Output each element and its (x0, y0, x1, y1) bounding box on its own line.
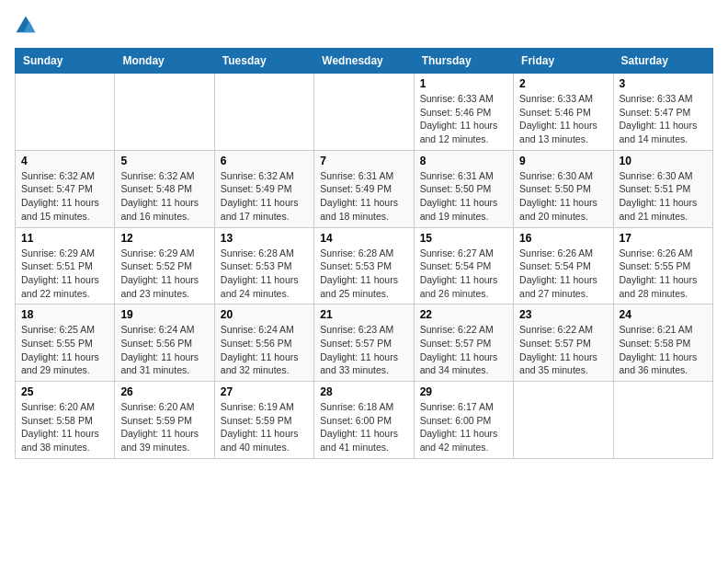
day-info: Sunrise: 6:24 AMSunset: 5:56 PMDaylight:… (120, 323, 208, 377)
calendar-cell: 18Sunrise: 6:25 AMSunset: 5:55 PMDayligh… (16, 304, 115, 382)
calendar-cell: 28Sunrise: 6:18 AMSunset: 6:00 PMDayligh… (314, 382, 414, 459)
calendar-cell: 27Sunrise: 6:19 AMSunset: 5:59 PMDayligh… (214, 382, 313, 459)
calendar-week-1: 1Sunrise: 6:33 AMSunset: 5:46 PMDaylight… (16, 74, 713, 151)
calendar-cell: 15Sunrise: 6:27 AMSunset: 5:54 PMDayligh… (414, 227, 513, 304)
day-number: 25 (21, 385, 108, 398)
logo (15, 15, 40, 37)
calendar-cell: 9Sunrise: 6:30 AMSunset: 5:50 PMDaylight… (514, 150, 613, 227)
day-number: 27 (221, 385, 308, 398)
day-info: Sunrise: 6:24 AMSunset: 5:56 PMDaylight:… (221, 323, 308, 377)
calendar-cell (613, 382, 712, 459)
day-info: Sunrise: 6:29 AMSunset: 5:51 PMDaylight:… (21, 247, 108, 301)
calendar-cell (115, 74, 214, 151)
calendar-cell: 21Sunrise: 6:23 AMSunset: 5:57 PMDayligh… (314, 304, 414, 382)
day-info: Sunrise: 6:18 AMSunset: 6:00 PMDaylight:… (320, 400, 407, 454)
day-number: 11 (21, 232, 108, 245)
calendar-cell: 10Sunrise: 6:30 AMSunset: 5:51 PMDayligh… (613, 150, 712, 227)
day-info: Sunrise: 6:25 AMSunset: 5:55 PMDaylight:… (21, 323, 108, 377)
calendar-cell: 26Sunrise: 6:20 AMSunset: 5:59 PMDayligh… (115, 382, 214, 459)
calendar-week-3: 11Sunrise: 6:29 AMSunset: 5:51 PMDayligh… (16, 227, 713, 304)
calendar-cell: 23Sunrise: 6:22 AMSunset: 5:57 PMDayligh… (514, 304, 613, 382)
day-number: 10 (620, 155, 707, 167)
calendar-cell: 16Sunrise: 6:26 AMSunset: 5:54 PMDayligh… (514, 227, 613, 304)
day-info: Sunrise: 6:19 AMSunset: 5:59 PMDaylight:… (221, 400, 308, 454)
day-info: Sunrise: 6:23 AMSunset: 5:57 PMDaylight:… (320, 323, 407, 377)
calendar-cell: 8Sunrise: 6:31 AMSunset: 5:50 PMDaylight… (414, 150, 513, 227)
day-number: 12 (120, 232, 208, 245)
calendar-cell: 24Sunrise: 6:21 AMSunset: 5:58 PMDayligh… (613, 304, 712, 382)
calendar-cell: 17Sunrise: 6:26 AMSunset: 5:55 PMDayligh… (613, 227, 712, 304)
day-number: 29 (420, 385, 507, 398)
calendar-week-2: 4Sunrise: 6:32 AMSunset: 5:47 PMDaylight… (16, 150, 713, 227)
weekday-row: SundayMondayTuesdayWednesdayThursdayFrid… (16, 49, 713, 74)
day-number: 18 (21, 308, 108, 321)
day-info: Sunrise: 6:30 AMSunset: 5:51 PMDaylight:… (620, 169, 707, 224)
calendar-cell: 6Sunrise: 6:32 AMSunset: 5:49 PMDaylight… (214, 150, 313, 227)
day-number: 14 (320, 232, 407, 245)
day-info: Sunrise: 6:26 AMSunset: 5:55 PMDaylight:… (620, 247, 707, 301)
calendar-body: 1Sunrise: 6:33 AMSunset: 5:46 PMDaylight… (16, 74, 713, 459)
calendar-week-4: 18Sunrise: 6:25 AMSunset: 5:55 PMDayligh… (16, 304, 713, 382)
day-number: 28 (320, 385, 407, 398)
day-info: Sunrise: 6:26 AMSunset: 5:54 PMDaylight:… (519, 247, 607, 301)
day-info: Sunrise: 6:27 AMSunset: 5:54 PMDaylight:… (420, 247, 507, 301)
day-info: Sunrise: 6:29 AMSunset: 5:52 PMDaylight:… (120, 247, 208, 301)
day-info: Sunrise: 6:31 AMSunset: 5:50 PMDaylight:… (420, 169, 507, 224)
day-info: Sunrise: 6:31 AMSunset: 5:49 PMDaylight:… (320, 169, 407, 224)
calendar-cell (214, 74, 313, 151)
calendar-cell (16, 74, 115, 151)
day-info: Sunrise: 6:33 AMSunset: 5:47 PMDaylight:… (620, 92, 707, 146)
day-number: 24 (620, 308, 707, 321)
calendar-table: SundayMondayTuesdayWednesdayThursdayFrid… (15, 48, 713, 459)
calendar-cell: 25Sunrise: 6:20 AMSunset: 5:58 PMDayligh… (16, 382, 115, 459)
day-info: Sunrise: 6:30 AMSunset: 5:50 PMDaylight:… (519, 169, 607, 224)
day-info: Sunrise: 6:17 AMSunset: 6:00 PMDaylight:… (420, 400, 507, 454)
calendar-cell: 11Sunrise: 6:29 AMSunset: 5:51 PMDayligh… (16, 227, 115, 304)
calendar-cell: 4Sunrise: 6:32 AMSunset: 5:47 PMDaylight… (16, 150, 115, 227)
calendar-cell (514, 382, 613, 459)
logo-icon (15, 15, 37, 37)
calendar-cell: 5Sunrise: 6:32 AMSunset: 5:48 PMDaylight… (115, 150, 214, 227)
day-number: 17 (620, 232, 707, 245)
calendar-week-5: 25Sunrise: 6:20 AMSunset: 5:58 PMDayligh… (16, 382, 713, 459)
weekday-header-tuesday: Tuesday (214, 49, 313, 74)
day-info: Sunrise: 6:32 AMSunset: 5:48 PMDaylight:… (120, 169, 208, 224)
weekday-header-wednesday: Wednesday (314, 49, 414, 74)
weekday-header-friday: Friday (514, 49, 613, 74)
calendar-cell: 12Sunrise: 6:29 AMSunset: 5:52 PMDayligh… (115, 227, 214, 304)
calendar-cell: 13Sunrise: 6:28 AMSunset: 5:53 PMDayligh… (214, 227, 313, 304)
calendar-cell: 22Sunrise: 6:22 AMSunset: 5:57 PMDayligh… (414, 304, 513, 382)
day-number: 16 (519, 232, 607, 245)
day-number: 23 (519, 308, 607, 321)
weekday-header-saturday: Saturday (613, 49, 712, 74)
calendar-cell: 19Sunrise: 6:24 AMSunset: 5:56 PMDayligh… (115, 304, 214, 382)
page-header (15, 15, 713, 37)
day-number: 3 (620, 77, 707, 90)
calendar-cell: 14Sunrise: 6:28 AMSunset: 5:53 PMDayligh… (314, 227, 414, 304)
day-number: 1 (420, 77, 507, 90)
day-info: Sunrise: 6:20 AMSunset: 5:59 PMDaylight:… (120, 400, 208, 454)
calendar-cell: 20Sunrise: 6:24 AMSunset: 5:56 PMDayligh… (214, 304, 313, 382)
day-number: 6 (221, 155, 308, 167)
day-info: Sunrise: 6:32 AMSunset: 5:47 PMDaylight:… (21, 169, 108, 224)
day-info: Sunrise: 6:21 AMSunset: 5:58 PMDaylight:… (620, 323, 707, 377)
day-info: Sunrise: 6:32 AMSunset: 5:49 PMDaylight:… (221, 169, 308, 224)
calendar-cell: 7Sunrise: 6:31 AMSunset: 5:49 PMDaylight… (314, 150, 414, 227)
day-number: 13 (221, 232, 308, 245)
day-number: 22 (420, 308, 507, 321)
day-number: 9 (519, 155, 607, 167)
weekday-header-thursday: Thursday (414, 49, 513, 74)
day-number: 7 (320, 155, 407, 167)
day-number: 26 (120, 385, 208, 398)
day-number: 2 (519, 77, 607, 90)
day-number: 21 (320, 308, 407, 321)
day-number: 8 (420, 155, 507, 167)
day-number: 4 (21, 155, 108, 167)
weekday-header-sunday: Sunday (16, 49, 115, 74)
day-number: 15 (420, 232, 507, 245)
calendar-cell: 29Sunrise: 6:17 AMSunset: 6:00 PMDayligh… (414, 382, 513, 459)
day-info: Sunrise: 6:22 AMSunset: 5:57 PMDaylight:… (420, 323, 507, 377)
calendar-cell: 1Sunrise: 6:33 AMSunset: 5:46 PMDaylight… (414, 74, 513, 151)
day-number: 5 (120, 155, 208, 167)
day-number: 20 (221, 308, 308, 321)
